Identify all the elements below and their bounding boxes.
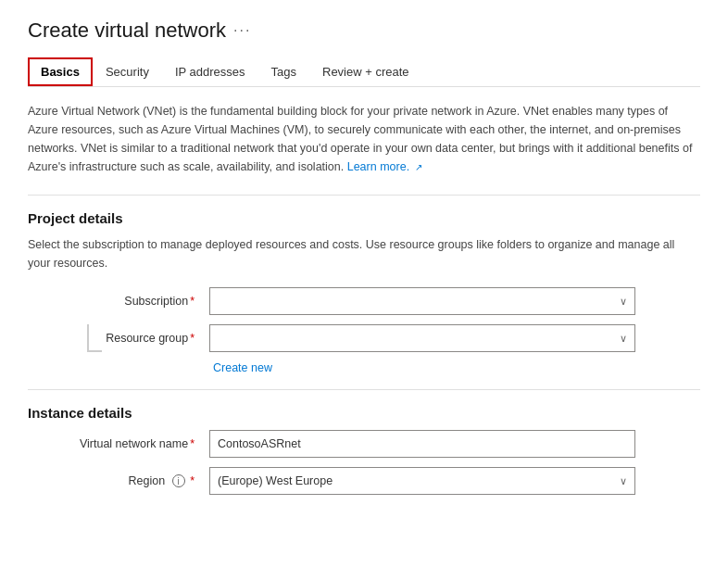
section-divider-1	[28, 195, 700, 196]
tab-tags[interactable]: Tags	[258, 57, 309, 86]
region-input-wrap: (Europe) West Europe ∨	[209, 467, 635, 495]
resource-group-input-wrap: ∨	[209, 324, 635, 352]
region-dropdown[interactable]: (Europe) West Europe ∨	[209, 467, 635, 495]
region-row: Region i * (Europe) West Europe ∨	[28, 467, 700, 495]
region-dropdown-arrow: ∨	[620, 475, 627, 487]
resource-group-label: Resource group*	[102, 332, 195, 345]
subscription-label: Subscription*	[28, 295, 195, 308]
project-details-description: Select the subscription to manage deploy…	[28, 235, 695, 272]
subscription-dropdown[interactable]: ∨	[209, 287, 635, 315]
tab-basics[interactable]: Basics	[28, 57, 93, 86]
vnet-name-input[interactable]	[209, 430, 635, 458]
tab-ip-addresses[interactable]: IP addresses	[162, 57, 258, 86]
more-options-icon[interactable]: ···	[233, 22, 251, 39]
instance-details-heading: Instance details	[28, 405, 700, 421]
indent-line	[87, 324, 102, 352]
section-divider-2	[28, 389, 700, 390]
region-label: Region i *	[129, 474, 195, 488]
vnet-name-input-wrap	[209, 430, 635, 458]
resource-group-required: *	[190, 332, 195, 345]
subscription-row: Subscription* ∨	[28, 287, 700, 315]
resource-group-dropdown[interactable]: ∨	[209, 324, 635, 352]
project-details-heading: Project details	[28, 210, 700, 226]
intro-description: Azure Virtual Network (VNet) is the fund…	[28, 102, 695, 176]
create-new-link[interactable]: Create new	[213, 361, 700, 374]
page-title: Create virtual network	[28, 19, 226, 43]
tab-review-create[interactable]: Review + create	[309, 57, 422, 86]
region-info-icon[interactable]: i	[172, 474, 185, 487]
resource-group-label-area: Resource group*	[28, 324, 195, 352]
vnet-name-required: *	[190, 437, 195, 450]
region-value: (Europe) West Europe	[218, 474, 333, 487]
tab-security[interactable]: Security	[93, 57, 162, 86]
region-label-area: Region i *	[28, 474, 195, 488]
subscription-dropdown-arrow: ∨	[620, 296, 627, 308]
external-link-icon: ↗	[415, 162, 422, 172]
vnet-name-label: Virtual network name*	[28, 437, 195, 450]
subscription-required: *	[190, 295, 195, 308]
region-required: *	[190, 474, 195, 487]
tab-bar: Basics Security IP addresses Tags Review…	[28, 57, 700, 87]
resource-group-row: Resource group* ∨	[28, 324, 700, 352]
resource-group-dropdown-arrow: ∨	[620, 333, 627, 345]
learn-more-link[interactable]: Learn more. ↗	[347, 160, 422, 173]
vnet-name-row: Virtual network name*	[28, 430, 700, 458]
subscription-input-wrap: ∨	[209, 287, 635, 315]
